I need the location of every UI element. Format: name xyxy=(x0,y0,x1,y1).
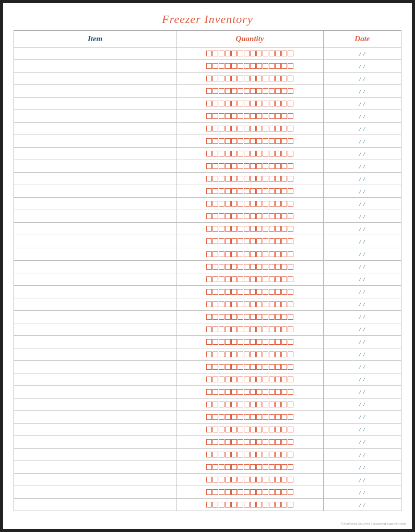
quantity-checkbox[interactable] xyxy=(281,176,287,182)
quantity-checkbox[interactable] xyxy=(219,101,224,106)
quantity-checkbox[interactable] xyxy=(244,201,250,207)
quantity-checkbox[interactable] xyxy=(269,327,275,332)
quantity-checkbox[interactable] xyxy=(281,76,287,81)
quantity-checkbox[interactable] xyxy=(275,113,281,119)
quantity-checkbox[interactable] xyxy=(212,489,218,495)
quantity-checkbox[interactable] xyxy=(244,289,250,295)
quantity-checkbox[interactable] xyxy=(231,126,237,131)
quantity-checkbox[interactable] xyxy=(225,201,231,207)
quantity-checkbox[interactable] xyxy=(238,289,243,295)
quantity-checkbox[interactable] xyxy=(263,213,268,219)
quantity-checkbox[interactable] xyxy=(225,126,231,131)
quantity-checkbox[interactable] xyxy=(206,377,212,382)
quantity-checkbox[interactable] xyxy=(219,377,224,382)
quantity-checkbox[interactable] xyxy=(231,163,237,169)
quantity-checkbox[interactable] xyxy=(238,327,243,332)
quantity-checkbox[interactable] xyxy=(275,251,281,257)
quantity-checkbox[interactable] xyxy=(219,188,224,194)
quantity-checkbox[interactable] xyxy=(219,138,224,144)
quantity-checkbox[interactable] xyxy=(281,213,287,219)
quantity-checkbox[interactable] xyxy=(288,427,293,432)
quantity-checkbox[interactable] xyxy=(212,314,218,320)
quantity-checkbox[interactable] xyxy=(281,113,287,119)
quantity-checkbox[interactable] xyxy=(212,352,218,357)
quantity-checkbox[interactable] xyxy=(225,327,231,332)
quantity-checkbox[interactable] xyxy=(219,289,224,295)
quantity-checkbox[interactable] xyxy=(238,188,243,194)
quantity-checkbox[interactable] xyxy=(212,301,218,307)
quantity-checkbox[interactable] xyxy=(281,327,287,332)
quantity-checkbox[interactable] xyxy=(288,489,293,495)
quantity-checkbox[interactable] xyxy=(269,88,275,94)
quantity-checkbox[interactable] xyxy=(244,377,250,382)
quantity-checkbox[interactable] xyxy=(231,113,237,119)
quantity-checkbox[interactable] xyxy=(288,327,293,332)
quantity-checkbox[interactable] xyxy=(281,201,287,207)
quantity-checkbox[interactable] xyxy=(225,489,231,495)
quantity-checkbox[interactable] xyxy=(263,477,268,482)
quantity-checkbox[interactable] xyxy=(263,151,268,156)
quantity-checkbox[interactable] xyxy=(206,489,212,495)
quantity-checkbox[interactable] xyxy=(212,201,218,207)
quantity-checkbox[interactable] xyxy=(269,452,275,457)
quantity-checkbox[interactable] xyxy=(263,76,268,81)
quantity-checkbox[interactable] xyxy=(206,339,212,345)
quantity-checkbox[interactable] xyxy=(225,63,231,69)
quantity-checkbox[interactable] xyxy=(269,276,275,282)
quantity-checkbox[interactable] xyxy=(281,477,287,482)
quantity-checkbox[interactable] xyxy=(244,151,250,156)
quantity-checkbox[interactable] xyxy=(225,188,231,194)
quantity-checkbox[interactable] xyxy=(231,201,237,207)
quantity-checkbox[interactable] xyxy=(244,489,250,495)
quantity-checkbox[interactable] xyxy=(263,238,268,244)
quantity-checkbox[interactable] xyxy=(275,314,281,320)
quantity-checkbox[interactable] xyxy=(231,414,237,420)
quantity-checkbox[interactable] xyxy=(263,176,268,182)
quantity-checkbox[interactable] xyxy=(231,238,237,244)
quantity-checkbox[interactable] xyxy=(212,113,218,119)
quantity-checkbox[interactable] xyxy=(238,452,243,457)
quantity-checkbox[interactable] xyxy=(275,352,281,357)
quantity-checkbox[interactable] xyxy=(244,339,250,345)
quantity-checkbox[interactable] xyxy=(281,489,287,495)
quantity-checkbox[interactable] xyxy=(281,88,287,94)
quantity-checkbox[interactable] xyxy=(281,226,287,232)
quantity-checkbox[interactable] xyxy=(219,439,224,445)
quantity-checkbox[interactable] xyxy=(275,213,281,219)
quantity-checkbox[interactable] xyxy=(238,226,243,232)
quantity-checkbox[interactable] xyxy=(219,63,224,69)
quantity-checkbox[interactable] xyxy=(206,201,212,207)
quantity-checkbox[interactable] xyxy=(219,264,224,270)
quantity-checkbox[interactable] xyxy=(219,389,224,395)
quantity-checkbox[interactable] xyxy=(269,464,275,470)
quantity-checkbox[interactable] xyxy=(256,477,262,482)
quantity-checkbox[interactable] xyxy=(288,389,293,395)
quantity-checkbox[interactable] xyxy=(244,63,250,69)
quantity-checkbox[interactable] xyxy=(263,251,268,257)
quantity-checkbox[interactable] xyxy=(206,176,212,182)
quantity-checkbox[interactable] xyxy=(244,502,250,507)
quantity-checkbox[interactable] xyxy=(288,113,293,119)
quantity-checkbox[interactable] xyxy=(269,264,275,270)
quantity-checkbox[interactable] xyxy=(281,314,287,320)
quantity-checkbox[interactable] xyxy=(225,427,231,432)
quantity-checkbox[interactable] xyxy=(206,88,212,94)
quantity-checkbox[interactable] xyxy=(269,76,275,81)
quantity-checkbox[interactable] xyxy=(219,51,224,56)
quantity-checkbox[interactable] xyxy=(219,489,224,495)
quantity-checkbox[interactable] xyxy=(269,364,275,370)
quantity-checkbox[interactable] xyxy=(250,213,256,219)
quantity-checkbox[interactable] xyxy=(219,464,224,470)
quantity-checkbox[interactable] xyxy=(256,489,262,495)
quantity-checkbox[interactable] xyxy=(212,76,218,81)
quantity-checkbox[interactable] xyxy=(263,414,268,420)
quantity-checkbox[interactable] xyxy=(263,113,268,119)
quantity-checkbox[interactable] xyxy=(256,264,262,270)
quantity-checkbox[interactable] xyxy=(281,389,287,395)
quantity-checkbox[interactable] xyxy=(281,138,287,144)
quantity-checkbox[interactable] xyxy=(275,427,281,432)
quantity-checkbox[interactable] xyxy=(212,427,218,432)
quantity-checkbox[interactable] xyxy=(212,88,218,94)
quantity-checkbox[interactable] xyxy=(250,163,256,169)
quantity-checkbox[interactable] xyxy=(275,364,281,370)
